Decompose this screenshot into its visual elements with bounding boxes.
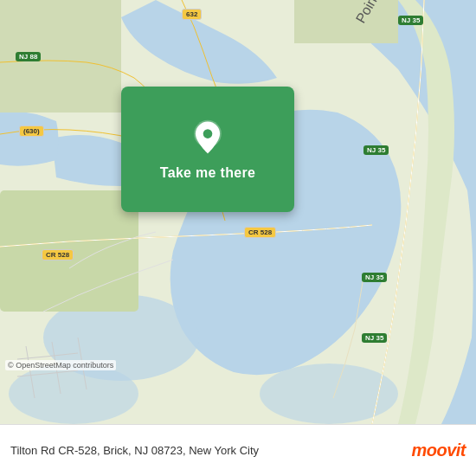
svg-point-3	[9, 363, 138, 424]
address-label: Tilton Rd CR-528, Brick, NJ 08723, New Y…	[10, 444, 259, 457]
svg-rect-6	[294, 0, 398, 43]
nj35-badge-bottom: NJ 35	[362, 333, 387, 343]
cr630-badge-left: (630)	[19, 125, 44, 137]
map-view: Point Pleasant Ca... NJ 35 NJ 88 632 (63…	[0, 0, 476, 424]
take-me-there-button[interactable]: Take me there	[160, 165, 255, 181]
cr528-badge-mid: CR 528	[244, 227, 276, 238]
osm-attribution: © OpenStreetMap contributors	[5, 360, 116, 370]
bottom-bar: Tilton Rd CR-528, Brick, NJ 08723, New Y…	[0, 424, 476, 476]
svg-point-2	[260, 363, 398, 424]
nj35-badge-lower: NJ 35	[362, 273, 387, 282]
nj88-badge: NJ 88	[16, 52, 41, 61]
cr528-badge-left: CR 528	[42, 249, 74, 261]
cr632-badge: 632	[182, 9, 202, 20]
nj35-badge-mid: NJ 35	[363, 145, 389, 155]
location-pin-icon	[189, 119, 227, 157]
moovit-logo: moovit	[411, 441, 466, 460]
svg-point-10	[203, 129, 213, 138]
action-card[interactable]: Take me there	[121, 87, 294, 212]
nj35-badge-top: NJ 35	[398, 16, 423, 25]
moovit-logo-text: moovit	[411, 441, 466, 460]
